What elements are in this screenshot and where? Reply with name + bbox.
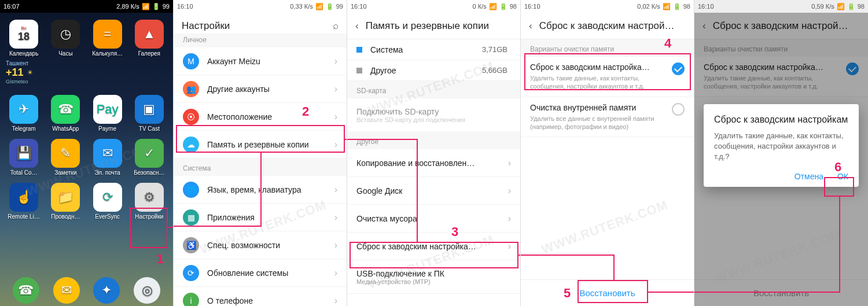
app-Настройки[interactable]: ⚙Настройки — [129, 183, 170, 220]
wifi-icon: 📶 — [142, 3, 150, 10]
app-Total Co…[interactable]: 💾Total Co… — [3, 139, 44, 176]
status-bar: 16:10 0,59 К/s📶🔋98 — [694, 0, 868, 13]
app-icon: Pay — [93, 95, 122, 124]
back-icon[interactable]: ‹ — [355, 20, 359, 32]
sb-bat: 99 — [163, 3, 170, 10]
app-Калькуля…[interactable]: =Калькуля… — [87, 20, 128, 57]
memory-row[interactable]: Очистка мусора› — [347, 205, 520, 233]
chevron-right-icon: › — [334, 268, 337, 278]
app-Календарь[interactable]: Вс18Календарь — [3, 20, 44, 57]
app-Заметки[interactable]: ✎Заметки — [45, 139, 86, 176]
status-bar: 16:10 0,02 К/s📶🔋98 — [521, 0, 694, 13]
weather-widget[interactable]: Ташкент +11 ☀ Gismeteo — [0, 57, 173, 88]
step-1: 1 — [156, 252, 163, 267]
storage-value: 3,71GB — [482, 45, 507, 54]
app-EverSync[interactable]: ⟳EverSync — [87, 183, 128, 220]
app-TV Cast[interactable]: ▣TV Cast — [129, 95, 170, 132]
settings-row[interactable]: ⦿Местоположение› — [174, 103, 347, 131]
app-icon: ✎ — [51, 139, 80, 168]
settings-row[interactable]: ♿Спец. возможности› — [174, 231, 347, 259]
sb-bat: 99 — [336, 3, 343, 10]
memory-header: ‹ Память и резервные копии — [347, 13, 520, 39]
chevron-right-icon: › — [334, 296, 337, 306]
dock-app[interactable]: ☎ — [13, 277, 39, 304]
app-label: Галерея — [138, 50, 160, 57]
dock-app[interactable]: ✦ — [93, 277, 120, 304]
row-label: Копирование и восстановлен… — [356, 158, 508, 168]
signal-icon: 📶 — [315, 3, 323, 10]
sb-bat: 98 — [683, 3, 690, 10]
memory-row[interactable]: Сброс к заводским настройка…› — [347, 233, 520, 260]
sb-bat: 98 — [858, 3, 865, 10]
row-icon: ▦ — [183, 209, 199, 226]
color-swatch-icon — [356, 47, 362, 53]
checkbox-off-icon[interactable] — [672, 103, 685, 116]
status-bar: 16:07 2,89 К/s 📶 🔋 99 — [0, 0, 173, 13]
storage-label: Другое — [370, 66, 482, 75]
screen-reset-dialog: 16:10 0,59 К/s📶🔋98 ‹ Сброс к заводским н… — [694, 0, 868, 306]
memory-row[interactable]: Google Диск› — [347, 177, 520, 205]
app-Часы[interactable]: ◷Часы — [45, 20, 86, 57]
color-swatch-icon — [356, 68, 362, 73]
battery-icon: 🔋 — [326, 3, 334, 10]
restore-button[interactable]: Восстановить — [521, 279, 694, 306]
step-2: 2 — [302, 104, 309, 119]
settings-title: Настройки — [182, 20, 333, 32]
row-icon: ♿ — [183, 237, 199, 253]
app-label: Total Co… — [10, 169, 38, 176]
weather-src: Gismeteo — [6, 79, 167, 84]
row-label: Приложения — [207, 213, 334, 222]
signal-icon: 📶 — [489, 3, 497, 10]
memory-row[interactable]: Копирование и восстановлен…› — [347, 149, 520, 177]
app-label: Заметки — [54, 169, 76, 176]
row-icon: ⟳ — [183, 265, 199, 281]
app-Эл. почта[interactable]: ✉Эл. почта — [87, 139, 128, 176]
screen-memory: 16:10 0 К/s📶🔋98 ‹ Память и резервные коп… — [347, 0, 521, 306]
sb-time: 16:07 — [3, 3, 20, 10]
app-label: Payme — [98, 126, 116, 132]
opt-factory-reset[interactable]: Сброс к заводским настройка… Удалить так… — [521, 57, 694, 97]
app-label: TV Cast — [139, 126, 160, 132]
row-icon: 🌐 — [183, 182, 199, 198]
app-Telegram[interactable]: ✈Telegram — [3, 95, 44, 132]
dock-app[interactable]: ◎ — [134, 277, 160, 304]
settings-row[interactable]: ⟳Обновление системы› — [174, 259, 347, 287]
app-icon: ✉ — [93, 139, 122, 168]
app-icon: ▣ — [135, 95, 164, 124]
app-label: Безопасн… — [134, 169, 164, 176]
step-5: 5 — [564, 286, 571, 301]
app-WhatsApp[interactable]: ☎WhatsApp — [45, 95, 86, 132]
app-icon: ☎ — [51, 95, 80, 124]
opt-clear-storage[interactable]: Очистка внутренней памяти Удалить все да… — [521, 97, 694, 138]
cancel-button[interactable]: Отмена — [795, 172, 823, 181]
chevron-right-icon: › — [334, 56, 337, 67]
signal-icon: 📶 — [663, 3, 671, 10]
row-label: Очистка мусора — [356, 214, 508, 223]
status-bar: 16:10 0 К/s📶🔋98 — [347, 0, 520, 13]
app-Payme[interactable]: PayPayme — [87, 95, 128, 132]
app-Remote Li…[interactable]: ☝Remote Li… — [3, 183, 44, 220]
dock-icon: ✉ — [53, 277, 80, 304]
app-label: Календарь — [9, 50, 38, 57]
row-icon: ☁ — [183, 137, 199, 153]
app-Галерея[interactable]: ▲Галерея — [129, 20, 170, 57]
sb-net: 0,02 К/s — [637, 3, 660, 10]
dock-app[interactable]: ✉ — [53, 277, 80, 304]
sun-icon: ☀ — [27, 69, 33, 76]
search-icon[interactable]: ⌕ — [333, 20, 339, 32]
checkbox-on-icon[interactable] — [672, 62, 685, 75]
row-label: Местоположение — [207, 112, 334, 121]
settings-row[interactable]: MАккаунт Meizu› — [174, 47, 347, 75]
back-icon[interactable]: ‹ — [529, 20, 532, 32]
section-personal: Личное — [174, 34, 347, 47]
app-Проводн…[interactable]: 📁Проводн… — [45, 183, 86, 220]
app-Безопасн…[interactable]: ✓Безопасн… — [129, 139, 170, 176]
chevron-right-icon: › — [508, 213, 511, 224]
settings-row[interactable]: 👥Другие аккаунты› — [174, 75, 347, 103]
app-icon: Вс18 — [9, 20, 38, 49]
chevron-right-icon: › — [334, 185, 337, 195]
row-icon: ⦿ — [183, 109, 199, 125]
settings-row[interactable]: iО телефоне› — [174, 287, 347, 306]
battery-icon: 🔋 — [152, 3, 160, 10]
memory-row[interactable]: USB-подключение к ПКМедиа-устройство (MT… — [347, 260, 520, 294]
